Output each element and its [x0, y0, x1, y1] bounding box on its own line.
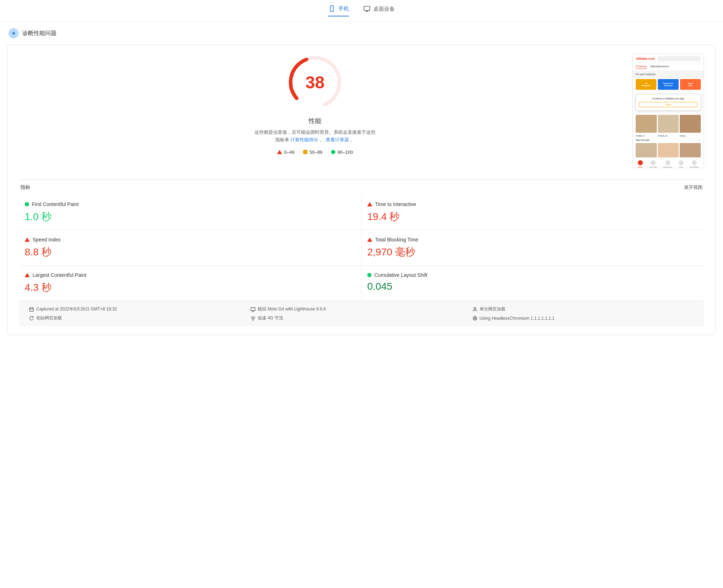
svg-rect-9 — [30, 308, 34, 311]
tti-value: 19.4 秒 — [367, 210, 698, 224]
ss-product2-2 — [658, 143, 679, 157]
metrics-header: 指标 展开视图 — [19, 184, 704, 195]
fcp-name: First Contentful Paint — [32, 201, 79, 207]
metrics-grid: First Contentful Paint 1.0 秒 Time to Int… — [19, 195, 704, 301]
footer-captured: Captured at 2022年8月26日 GMT+8 19:32 — [29, 306, 251, 312]
ss-product-1 — [636, 115, 657, 133]
footer-device: 模拟 Moto G4 with Lighthouse 9.6.6 — [251, 306, 472, 312]
ss-modal-text: Continue in Alibaba.com App — [639, 97, 698, 100]
metric-tbt: Total Blocking Time 2,970 毫秒 — [362, 230, 704, 266]
metric-lcp: Largest Contentful Paint 4.3 秒 — [19, 266, 362, 301]
ss-products-row — [633, 113, 704, 134]
desktop-icon — [363, 5, 370, 13]
legend-green-label: 90–100 — [338, 150, 353, 155]
ss-bottom-myalibaba: My Alibaba — [690, 160, 699, 168]
svg-line-21 — [476, 318, 477, 319]
cls-name: Cumulative Layout Shift — [374, 272, 427, 278]
score-screenshot: Alibaba.com Products Manufacturers For y… — [632, 54, 704, 168]
tab-desktop[interactable]: 桌面设备 — [363, 5, 395, 16]
person-icon — [472, 307, 477, 312]
legend-red-label: 0–49 — [284, 150, 295, 155]
score-number: 38 — [305, 73, 324, 92]
footer-initial-load-text: 初始网页加载 — [36, 315, 62, 321]
metric-cls: Cumulative Layout Shift 0.045 — [362, 266, 704, 301]
metric-tti: Time to Interactive 19.4 秒 — [362, 195, 704, 230]
calc-score-link[interactable]: 计算性能得分 — [290, 137, 318, 142]
ss-nav-products: Products — [636, 65, 647, 69]
ss-search-bar — [657, 56, 701, 61]
footer-captured-text: Captured at 2022年8月26日 GMT+8 19:32 — [36, 306, 117, 312]
mobile-icon — [328, 5, 335, 12]
section-divider — [19, 180, 704, 180]
cls-value: 0.045 — [367, 281, 698, 292]
tab-mobile-label: 手机 — [338, 5, 349, 12]
ss-bottom-home: Home — [638, 160, 643, 168]
ss-banner: For your business — [633, 71, 704, 78]
footer-network: 低速 4G 节流 — [251, 315, 472, 321]
tbt-value: 2,970 毫秒 — [367, 245, 698, 259]
legend-orange-label: 50–89 — [310, 150, 322, 155]
legend: 0–49 50–89 90–100 — [277, 150, 353, 155]
ss-alibaba-logo: Alibaba.com — [636, 57, 655, 60]
score-left: 38 性能 这些都是估算值，且可能会因时而异。系统会直接基于这些指标来 计算性能… — [19, 54, 611, 155]
footer-device-text: 模拟 Moto G4 with Lighthouse 9.6.6 — [258, 306, 326, 312]
ss-modal: Continue in Alibaba.com App Open — [636, 94, 701, 111]
score-desc-end: 。 — [350, 137, 355, 142]
si-value: 8.8 秒 — [25, 245, 355, 259]
main-card: 38 性能 这些都是估算值，且可能会因时而异。系统会直接基于这些指标来 计算性能… — [7, 45, 716, 335]
screenshot-inner: Alibaba.com Products Manufacturers For y… — [633, 54, 704, 168]
ss-modal-btn: Open — [639, 102, 698, 107]
calc-view-link[interactable]: 查看计算器 — [326, 137, 349, 142]
section-icon — [9, 28, 19, 38]
score-desc-extra: 。 — [320, 137, 324, 142]
section-header: 诊断性能问题 — [0, 22, 723, 45]
legend-green-icon — [331, 150, 335, 154]
monitor-icon — [251, 307, 256, 312]
expand-link[interactable]: 展开视图 — [684, 184, 703, 191]
si-name: Speed Index — [33, 237, 61, 242]
svg-rect-0 — [330, 6, 333, 12]
svg-rect-13 — [251, 307, 255, 310]
ss-cat-1: AllCategories — [636, 79, 656, 90]
fcp-value: 1.0 秒 — [25, 210, 355, 224]
ss-bottom-cart: Cart — [679, 160, 684, 168]
svg-point-16 — [474, 307, 476, 309]
ss-bottom-trueview: True View — [649, 160, 657, 168]
ss-cat-3: QuickShip — [680, 79, 701, 90]
metrics-title: 指标 — [20, 184, 30, 191]
footer-browser-text: Using HeadlessChromium 1.1.1.1.1.1.1 — [480, 316, 554, 321]
ss-product-3 — [680, 115, 701, 133]
tbt-name: Total Blocking Time — [375, 237, 418, 242]
ss-bottombar: Home True View Messenger Cart — [633, 158, 704, 168]
lcp-name: Largest Contentful Paint — [33, 272, 86, 278]
svg-point-17 — [253, 320, 253, 320]
legend-red: 0–49 — [277, 150, 295, 155]
svg-point-6 — [13, 32, 15, 34]
chrome-icon — [472, 316, 477, 321]
ss-product2-3 — [680, 143, 701, 157]
tti-name: Time to Interactive — [375, 201, 416, 207]
card-footer: Captured at 2022年8月26日 GMT+8 19:32 模拟 Mo… — [19, 301, 704, 326]
tbt-indicator — [367, 237, 372, 242]
tab-mobile[interactable]: 手机 — [328, 5, 349, 16]
svg-point-19 — [474, 317, 475, 319]
si-indicator — [25, 237, 30, 242]
ss-prices-row: NT$89.1T NT$45.34 NT$2... — [633, 134, 704, 138]
ss-bottom-messenger: Messenger — [663, 160, 672, 168]
score-circle: 38 — [286, 54, 344, 111]
legend-green: 90–100 — [331, 150, 353, 155]
metric-fcp: First Contentful Paint 1.0 秒 — [19, 195, 362, 230]
ss-nav-manufacturers: Manufacturers — [651, 65, 669, 69]
calendar-icon — [29, 307, 34, 312]
ss-products2-row — [633, 142, 704, 158]
lcp-value: 4.3 秒 — [25, 281, 355, 294]
ss-cat-2: Request forQuotation — [658, 79, 679, 90]
footer-browser: Using HeadlessChromium 1.1.1.1.1.1.1 — [472, 315, 694, 321]
legend-orange-icon — [303, 150, 307, 154]
wifi-icon — [251, 316, 256, 321]
tti-indicator — [367, 202, 372, 206]
fcp-indicator — [25, 202, 29, 206]
score-description: 这些都是估算值，且可能会因时而异。系统会直接基于这些指标来 计算性能得分 。 查… — [254, 129, 376, 144]
tab-desktop-label: 桌面设备 — [373, 6, 395, 13]
svg-rect-2 — [364, 6, 370, 11]
